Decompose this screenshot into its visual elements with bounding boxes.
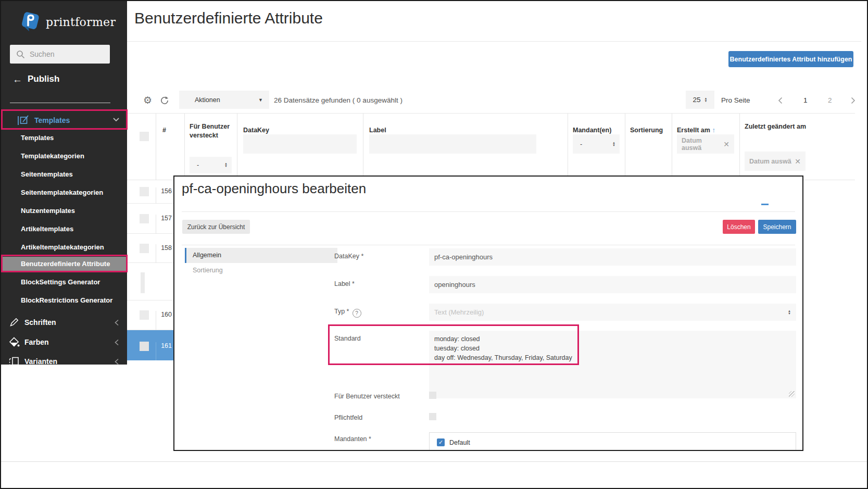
column-zuletzt-geaendert[interactable]: Zuletzt geändert am: [745, 122, 812, 131]
typ-value: Text (Mehrzeilig): [434, 308, 484, 316]
sort-asc-icon: ↑: [712, 127, 715, 134]
variants-icon: [8, 356, 20, 367]
delete-button[interactable]: Löschen: [723, 220, 755, 234]
help-question-icon[interactable]: ?: [353, 309, 361, 318]
per-page-select[interactable]: 25 ▲▼: [686, 91, 714, 109]
sidebar-item-nutzentemplates[interactable]: Nutzentemplates: [1, 206, 127, 216]
save-button[interactable]: Speichern: [758, 220, 796, 234]
stepper-icon: ▲▼: [224, 162, 228, 168]
actions-label: Aktionen: [195, 96, 258, 104]
sidebar-item-benutzerdefinierte-attribute[interactable]: Benutzerdefinierte Attribute: [1, 257, 127, 271]
sidebar-item-blockrestrictions-generator[interactable]: BlockRestrictions Generator: [1, 295, 127, 306]
date-placeholder: Datum auswä: [682, 137, 723, 152]
sidebar-item-seitentemplates[interactable]: Seitentemplates: [1, 169, 127, 180]
sidebar-section-templates[interactable]: Templates: [1, 111, 127, 129]
row-checkbox[interactable]: [140, 310, 149, 320]
modal-nav: Allgemein Sortierung: [185, 248, 337, 278]
chevron-left-icon: [115, 319, 119, 326]
sidebar-item-templates[interactable]: Templates: [1, 133, 127, 143]
pencil-icon: [8, 317, 20, 328]
resize-handle[interactable]: [789, 391, 795, 397]
standard-field-label: Standard: [334, 335, 361, 342]
row-number: 161: [156, 342, 172, 360]
sidebar-item-seitentemplatekategorien[interactable]: Seitentemplatekategorien: [1, 187, 127, 198]
printformer-logo-icon: [19, 10, 42, 34]
gear-icon[interactable]: ⚙: [143, 95, 152, 105]
standard-textarea[interactable]: monday: closed tuesday: closed day off: …: [429, 331, 796, 398]
add-attribute-button[interactable]: Benutzerdefiniertes Attribut hinzufügen: [728, 51, 853, 67]
typ-select[interactable]: Text (Mehrzeilig) ▲▼: [429, 304, 796, 321]
changed-date-filter[interactable]: Datum auswä ✕: [745, 152, 806, 171]
filter-value: -: [580, 141, 582, 148]
required-checkbox[interactable]: [429, 413, 436, 420]
sidebar-back-publish[interactable]: ← Publish: [12, 74, 59, 84]
stepper-icon: ▲▼: [788, 310, 791, 315]
label-filter-input[interactable]: [369, 134, 536, 154]
clear-icon[interactable]: ✕: [795, 157, 801, 166]
clear-icon[interactable]: ✕: [723, 140, 729, 148]
required-field-label: Pflichtfeld: [334, 414, 362, 421]
sidebar-group-varianten[interactable]: Varianten: [1, 355, 127, 368]
default-checkbox-checked[interactable]: ✓: [437, 438, 445, 446]
modal-nav-allgemein[interactable]: Allgemein: [185, 248, 337, 263]
table-header: # Für Benutzer versteckt - ▲▼ DataKey La…: [127, 113, 855, 180]
table-row[interactable]: 158: [127, 234, 173, 263]
results-count: 26 Datensätze gefunden ( 0 ausgewählt ): [274, 96, 402, 104]
row-number: 160: [156, 311, 172, 330]
modal-title: pf-ca-openinghours bearbeiten: [182, 181, 366, 197]
column-label[interactable]: Label: [369, 127, 386, 134]
column-hidden[interactable]: Für Benutzer versteckt: [190, 122, 232, 140]
table-row[interactable]: 156: [127, 180, 173, 204]
actions-dropdown[interactable]: Aktionen ▼: [179, 91, 269, 109]
column-mandant[interactable]: Mandant(en): [573, 127, 611, 134]
hidden-filter-select[interactable]: - ▲▼: [190, 157, 232, 173]
page-prev-icon[interactable]: [778, 97, 783, 104]
refresh-icon[interactable]: [159, 95, 170, 106]
sidebar-item-blocksettings-generator[interactable]: BlockSettings Generator: [1, 277, 127, 287]
dropdown-arrow-icon: ▼: [258, 97, 263, 103]
paint-bucket-icon: [8, 336, 20, 348]
mandant-option-default: Default: [449, 439, 470, 446]
datakey-field-label: DataKey *: [334, 253, 363, 260]
created-date-filter[interactable]: Datum auswä ✕: [677, 134, 734, 154]
column-erstellt-am[interactable]: Erstellt am ↑: [677, 127, 715, 134]
page-number-2[interactable]: 2: [828, 96, 832, 104]
select-all-checkbox[interactable]: [140, 132, 149, 141]
mandant-filter-select[interactable]: - ▲▼: [573, 134, 620, 154]
column-hash[interactable]: #: [162, 127, 166, 134]
row-number: 156: [156, 187, 172, 204]
table-row-selected[interactable]: 161: [127, 330, 173, 360]
table-row[interactable]: 160: [127, 300, 173, 330]
app-window: printformer Suchen ← Publish: [0, 0, 868, 489]
row-checkbox[interactable]: [140, 244, 149, 253]
sidebar-item-templatekategorien[interactable]: Templatekategorien: [1, 151, 127, 161]
label-field-label: Label *: [334, 280, 355, 287]
label-input[interactable]: openinghours: [429, 276, 796, 293]
row-checkbox[interactable]: [140, 187, 149, 196]
sidebar-group-schriften[interactable]: Schriften: [1, 316, 127, 329]
sidebar-item-artikeltemplates[interactable]: Artikeltemplates: [1, 224, 127, 234]
column-datakey[interactable]: DataKey: [243, 127, 269, 134]
edit-attribute-modal: pf-ca-openinghours bearbeiten Zurück zur…: [173, 175, 803, 451]
datakey-input[interactable]: pf-ca-openinghours: [429, 248, 796, 266]
sidebar-search-input[interactable]: Suchen: [10, 45, 110, 64]
sidebar-item-artikeltemplatekategorien[interactable]: Artikeltemplatekategorien: [1, 242, 127, 253]
group-label: Farben: [24, 338, 49, 346]
column-sortierung[interactable]: Sortierung: [630, 127, 663, 134]
sidebar-divider: [10, 103, 110, 103]
hidden-checkbox[interactable]: [429, 392, 436, 399]
row-checkbox[interactable]: [140, 214, 149, 223]
page-number-1[interactable]: 1: [803, 96, 808, 104]
page-next-icon[interactable]: [851, 97, 856, 104]
table-row[interactable]: 157: [127, 204, 173, 234]
back-to-overview-button[interactable]: Zurück zur Übersicht: [182, 220, 250, 234]
datakey-filter-input[interactable]: [243, 134, 357, 154]
sidebar-group-farben[interactable]: Farben: [1, 335, 127, 349]
templates-edit-icon: [17, 115, 29, 127]
row-checkbox[interactable]: [141, 272, 145, 293]
per-page-value: 25: [693, 96, 701, 104]
table-row[interactable]: [127, 263, 173, 300]
modal-nav-sortierung[interactable]: Sortierung: [185, 263, 337, 278]
date-placeholder: Datum auswä: [749, 158, 791, 165]
row-checkbox[interactable]: [140, 342, 149, 351]
